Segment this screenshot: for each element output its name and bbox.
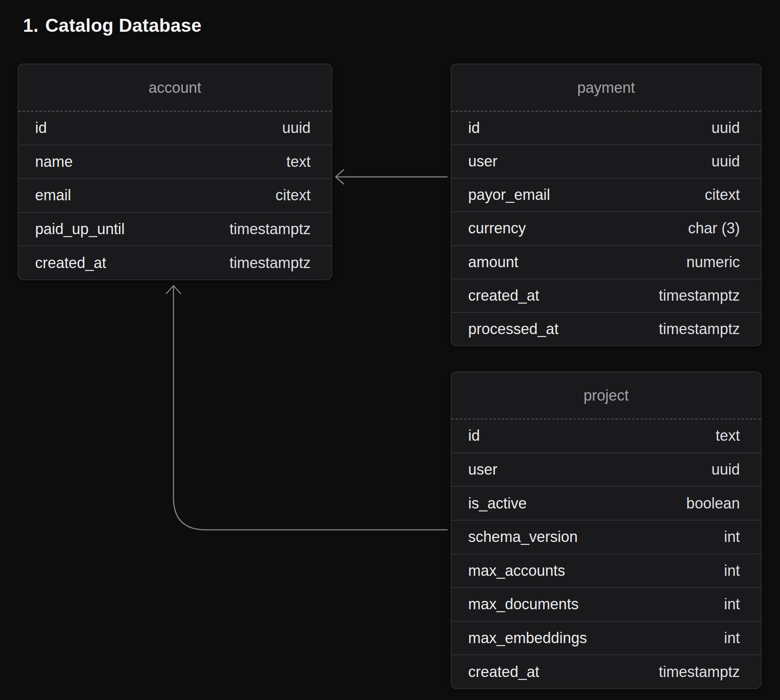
column-name: name bbox=[35, 153, 73, 171]
column-type: timestamptz bbox=[659, 320, 740, 338]
table-row: created_at timestamptz bbox=[451, 278, 761, 312]
table-row: email citext bbox=[18, 178, 331, 212]
column-type: uuid bbox=[711, 119, 740, 137]
column-name: is_active bbox=[468, 495, 527, 512]
schema-canvas: 1. Catalog Database account id uuid name… bbox=[0, 0, 780, 700]
table-rows-project: id text user uuid is_active boolean sche… bbox=[451, 419, 761, 688]
table-row: id uuid bbox=[18, 112, 331, 145]
column-name: max_embeddings bbox=[468, 629, 587, 647]
column-type: int bbox=[724, 528, 740, 546]
column-name: payor_email bbox=[468, 186, 550, 204]
column-name: created_at bbox=[35, 254, 106, 272]
column-name: max_accounts bbox=[468, 562, 565, 580]
table-name-account: account bbox=[18, 64, 331, 112]
column-type: int bbox=[724, 562, 740, 580]
relationship-payment-account-arrowhead bbox=[336, 170, 344, 184]
table-row: processed_at timestamptz bbox=[451, 312, 761, 345]
table-row: schema_version int bbox=[451, 520, 761, 554]
column-name: id bbox=[468, 119, 480, 137]
column-name: currency bbox=[468, 220, 526, 237]
table-row: name text bbox=[18, 145, 331, 179]
table-name-payment: payment bbox=[451, 64, 761, 112]
table-row: user uuid bbox=[451, 452, 761, 486]
column-type: timestamptz bbox=[659, 663, 740, 681]
table-row: created_at timestamptz bbox=[451, 654, 761, 688]
table-card-account[interactable]: account id uuid name text email citext p… bbox=[18, 64, 332, 280]
column-name: id bbox=[35, 119, 47, 137]
table-row: max_documents int bbox=[451, 587, 761, 621]
table-row: id uuid bbox=[451, 112, 761, 144]
table-row: max_accounts int bbox=[451, 554, 761, 588]
column-name: paid_up_until bbox=[35, 220, 125, 238]
column-name: user bbox=[468, 461, 497, 478]
table-row: user uuid bbox=[451, 144, 761, 178]
column-type: timestamptz bbox=[659, 287, 740, 304]
page-title-number: 1. bbox=[23, 15, 38, 36]
column-type: timestamptz bbox=[229, 254, 311, 272]
table-row: is_active boolean bbox=[451, 486, 761, 520]
table-card-project[interactable]: project id text user uuid is_active bool… bbox=[451, 371, 762, 689]
table-row: currency char (3) bbox=[451, 211, 761, 245]
table-rows-payment: id uuid user uuid payor_email citext cur… bbox=[451, 112, 761, 345]
column-type: uuid bbox=[282, 119, 311, 137]
column-type: uuid bbox=[711, 153, 740, 170]
column-type: boolean bbox=[686, 495, 740, 512]
page-title: 1. Catalog Database bbox=[23, 15, 201, 36]
table-row: paid_up_until timestamptz bbox=[18, 212, 331, 246]
table-row: payor_email citext bbox=[451, 178, 761, 211]
table-row: id text bbox=[451, 419, 761, 452]
column-name: user bbox=[468, 153, 497, 170]
column-name: created_at bbox=[468, 663, 539, 681]
column-type: timestamptz bbox=[229, 220, 311, 238]
column-name: max_documents bbox=[468, 595, 579, 613]
column-type: citext bbox=[275, 186, 311, 204]
column-name: schema_version bbox=[468, 528, 578, 546]
column-name: created_at bbox=[468, 287, 539, 304]
column-type: citext bbox=[705, 186, 740, 204]
column-type: char (3) bbox=[688, 220, 740, 237]
relationship-project-account-arrowhead bbox=[166, 286, 181, 294]
column-type: uuid bbox=[711, 461, 740, 478]
table-rows-account: id uuid name text email citext paid_up_u… bbox=[18, 112, 331, 279]
column-type: text bbox=[716, 427, 740, 445]
table-card-payment[interactable]: payment id uuid user uuid payor_email ci… bbox=[451, 64, 762, 346]
page-title-text: Catalog Database bbox=[45, 15, 201, 36]
relationship-project-account-line bbox=[173, 287, 447, 530]
table-name-project: project bbox=[451, 372, 761, 419]
column-name: amount bbox=[468, 253, 518, 271]
table-row: max_embeddings int bbox=[451, 621, 761, 655]
column-type: numeric bbox=[686, 253, 740, 271]
column-type: text bbox=[286, 153, 311, 171]
column-name: email bbox=[35, 186, 71, 204]
column-name: processed_at bbox=[468, 320, 558, 338]
table-row: amount numeric bbox=[451, 245, 761, 278]
column-name: id bbox=[468, 427, 480, 445]
column-type: int bbox=[724, 595, 740, 613]
column-type: int bbox=[724, 629, 740, 647]
table-row: created_at timestamptz bbox=[18, 245, 331, 279]
